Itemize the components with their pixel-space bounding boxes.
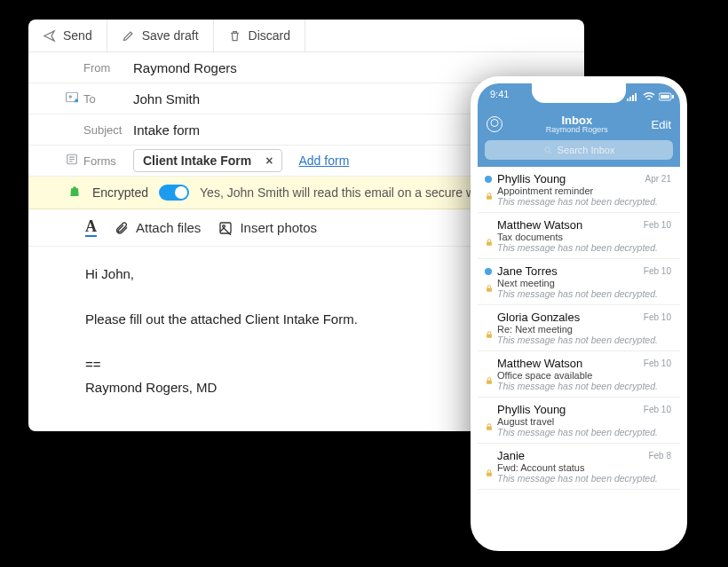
message-date: Feb 8	[648, 451, 671, 461]
form-tag[interactable]: Client Intake Form ×	[133, 149, 282, 172]
paperclip-icon	[115, 221, 129, 235]
svg-rect-22	[487, 427, 492, 430]
svg-rect-8	[627, 98, 629, 101]
phone-mockup: 9:41 Inbox Raymond Rogers Edit Search In…	[471, 76, 687, 551]
svg-rect-10	[632, 95, 634, 101]
discard-button[interactable]: Discard	[214, 20, 305, 51]
message-warning: This message has not been decrypted.	[497, 335, 671, 345]
form-tag-label: Client Intake Form	[143, 154, 251, 168]
contact-card-icon	[66, 92, 78, 106]
message-warning: This message has not been decrypted.	[497, 196, 671, 207]
svg-rect-11	[635, 93, 637, 101]
message-date: Feb 10	[644, 266, 671, 276]
message-warning: This message has not been decrypted.	[497, 242, 671, 253]
send-label: Send	[63, 28, 92, 43]
message-item[interactable]: Matthew WatsonFeb 10Tax documentsThis me…	[478, 213, 680, 259]
search-icon	[543, 146, 553, 155]
lock-icon	[485, 188, 494, 197]
letter-a-icon: A	[85, 218, 97, 237]
attach-files-button[interactable]: Attach files	[115, 220, 201, 235]
battery-icon	[659, 89, 671, 98]
attach-label: Attach files	[136, 220, 201, 235]
svg-rect-21	[487, 381, 492, 384]
message-item[interactable]: Gloria GonzalesFeb 10Re: Next meetingThi…	[478, 305, 680, 351]
message-warning: This message has not been decrypted.	[497, 381, 671, 391]
from-label: From	[28, 61, 133, 75]
svg-rect-23	[487, 473, 492, 476]
lock-icon	[485, 280, 494, 289]
unread-dot	[485, 268, 492, 275]
image-icon	[218, 221, 233, 235]
message-warning: This message has not been decrypted.	[497, 473, 671, 484]
form-tag-remove[interactable]: ×	[265, 154, 273, 168]
message-subject: Tax documents	[497, 232, 671, 242]
lock-icon	[485, 373, 494, 382]
form-icon	[66, 154, 78, 169]
encrypted-toggle[interactable]	[159, 185, 189, 201]
message-item[interactable]: Phyllis YoungFeb 10August travelThis mes…	[478, 398, 680, 444]
from-value[interactable]: Raymond Rogers	[133, 60, 584, 75]
avatar-icon[interactable]	[487, 116, 502, 132]
search-input[interactable]: Search Inbox	[485, 140, 673, 160]
message-item[interactable]: JanieFeb 8Fwd: Account statusThis messag…	[478, 444, 680, 490]
encrypted-label: Encrypted	[92, 185, 148, 200]
message-item[interactable]: Matthew WatsonFeb 10Office space availab…	[478, 351, 680, 398]
lock-icon	[485, 234, 494, 243]
wifi-icon	[643, 89, 655, 98]
svg-rect-14	[672, 95, 674, 98]
discard-label: Discard	[249, 28, 290, 43]
lock-icon	[485, 419, 494, 428]
svg-point-15	[544, 146, 550, 152]
message-date: Feb 10	[644, 220, 671, 230]
svg-rect-19	[487, 288, 492, 292]
status-time: 9:41	[490, 89, 509, 99]
message-subject: Office space available	[497, 370, 671, 381]
nav-edit-button[interactable]: Edit	[652, 118, 671, 131]
insert-photos-button[interactable]: Insert photos	[218, 220, 317, 235]
save-draft-button[interactable]: Save draft	[107, 20, 214, 51]
send-icon	[43, 29, 56, 43]
shopping-bag-icon	[67, 184, 82, 201]
svg-point-1	[69, 95, 73, 98]
message-list[interactable]: Phyllis YoungApr 21Appointment reminderT…	[478, 167, 680, 544]
status-glyphs	[627, 89, 671, 98]
save-draft-label: Save draft	[142, 28, 199, 43]
unread-dot	[485, 176, 492, 183]
svg-rect-18	[487, 242, 492, 246]
add-form-link[interactable]: Add form	[299, 154, 350, 168]
send-button[interactable]: Send	[28, 20, 107, 51]
pencil-icon	[122, 29, 135, 43]
subject-label: Subject	[28, 123, 133, 137]
svg-rect-17	[487, 196, 492, 200]
message-item[interactable]: Phyllis YoungApr 21Appointment reminderT…	[478, 167, 680, 213]
encrypted-message: Yes, John Smith will read this email on …	[200, 185, 506, 200]
to-label: To	[28, 92, 133, 106]
photos-label: Insert photos	[240, 220, 317, 235]
nav-title: Inbox Raymond Rogers	[546, 114, 608, 134]
message-subject: Fwd: Account status	[497, 462, 671, 473]
svg-rect-9	[629, 97, 631, 101]
svg-rect-13	[661, 95, 669, 98]
lock-icon	[485, 465, 494, 474]
message-subject: Re: Next meeting	[497, 324, 671, 335]
compose-toolbar: Send Save draft Discard	[28, 20, 584, 52]
message-date: Apr 21	[645, 174, 671, 184]
message-subject: August travel	[497, 416, 671, 427]
message-subject: Next meeting	[497, 278, 671, 288]
message-subject: Appointment reminder	[497, 185, 671, 196]
message-item[interactable]: Jane TorresFeb 10Next meetingThis messag…	[478, 259, 680, 305]
message-date: Feb 10	[644, 405, 671, 414]
format-text-button[interactable]: A	[85, 218, 97, 237]
svg-point-7	[223, 224, 226, 227]
svg-rect-20	[487, 335, 492, 338]
search-bar: Search Inbox	[478, 140, 680, 167]
message-warning: This message has not been decrypted.	[497, 427, 671, 437]
lock-icon	[485, 327, 494, 335]
trash-icon	[228, 29, 241, 43]
message-date: Feb 10	[644, 358, 671, 368]
message-from: Janie	[497, 449, 671, 462]
forms-label: Forms	[28, 154, 133, 168]
message-date: Feb 10	[644, 312, 671, 322]
message-warning: This message has not been decrypted.	[497, 288, 671, 299]
signal-icon	[627, 89, 639, 98]
